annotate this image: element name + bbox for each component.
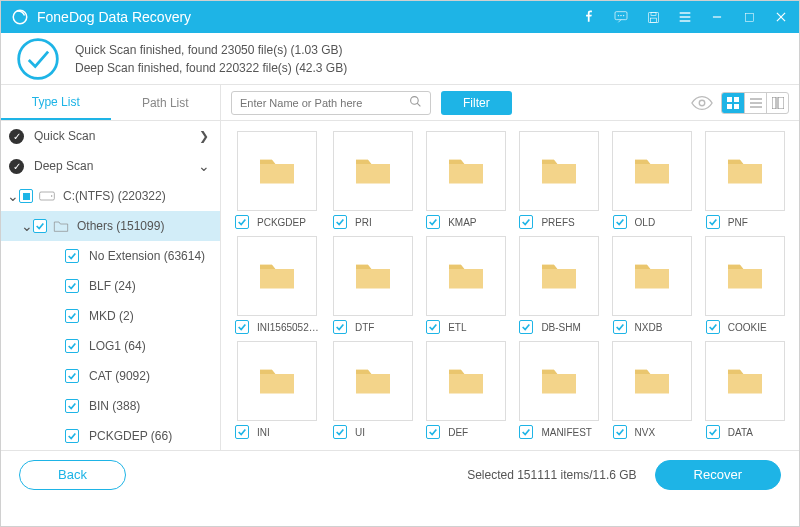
tree[interactable]: ✓ Quick Scan ❯ ✓ Deep Scan ⌄ ⌄ C:(NTFS) … [1,121,220,450]
app-logo-icon [11,8,29,26]
preview-icon[interactable] [691,95,713,111]
tree-item[interactable]: CAT (9092) [1,361,220,391]
minimize-icon[interactable] [709,9,725,25]
tree-label: MKD (2) [89,309,134,323]
tree-item[interactable]: BIN (388) [1,391,220,421]
file-label: KMAP [448,217,476,228]
svg-rect-21 [727,97,732,102]
checkbox[interactable] [519,320,533,334]
svg-point-2 [618,15,619,16]
tree-deep-scan[interactable]: ✓ Deep Scan ⌄ [1,151,220,181]
chevron-down-icon[interactable]: ⌄ [7,188,19,204]
checkbox[interactable] [65,399,79,413]
checkbox[interactable] [426,320,440,334]
view-grid-icon[interactable] [722,93,744,113]
tab-path-list[interactable]: Path List [111,85,221,120]
tree-item[interactable]: MKD (2) [1,301,220,331]
file-item[interactable]: INI [231,341,323,440]
folder-icon [724,258,766,295]
tree-item[interactable]: LOG1 (64) [1,331,220,361]
file-item[interactable]: INI1565052569 [231,236,323,335]
file-label: PNF [728,217,748,228]
folder-icon [631,363,673,400]
checkbox[interactable] [333,425,347,439]
tree-item[interactable]: PCKGDEP (66) [1,421,220,450]
chevron-right-icon[interactable]: ❯ [198,129,210,143]
save-icon[interactable] [645,9,661,25]
title-bar: FoneDog Data Recovery [1,1,799,33]
file-item[interactable]: NXDB [609,236,696,335]
file-thumb [426,341,506,421]
chevron-down-icon[interactable]: ⌄ [21,218,33,234]
checkbox[interactable] [235,425,249,439]
checkbox[interactable] [65,339,79,353]
file-thumb [519,236,599,316]
file-item[interactable]: DB-SHM [515,236,602,335]
view-list-icon[interactable] [744,93,766,113]
file-item[interactable]: ETL [422,236,509,335]
file-item[interactable]: OLD [609,131,696,230]
file-item[interactable]: DEF [422,341,509,440]
tree-item[interactable]: No Extension (63614) [1,241,220,271]
tree-others[interactable]: ⌄ Others (151099) [1,211,220,241]
checkbox[interactable] [235,320,249,334]
maximize-icon[interactable] [741,9,757,25]
checkbox[interactable] [65,279,79,293]
checkbox[interactable] [33,219,47,233]
content: Type List Path List ✓ Quick Scan ❯ ✓ Dee… [1,85,799,450]
file-item[interactable]: PREFS [515,131,602,230]
search-input[interactable] [240,97,409,109]
file-item[interactable]: COOKIE [702,236,789,335]
checkbox[interactable] [519,215,533,229]
feedback-icon[interactable] [613,9,629,25]
file-label: DTF [355,322,374,333]
checkbox[interactable] [613,215,627,229]
tree-item[interactable]: BLF (24) [1,271,220,301]
checkbox[interactable] [426,215,440,229]
checkbox[interactable] [519,425,533,439]
facebook-icon[interactable] [581,9,597,25]
checkbox[interactable] [333,320,347,334]
checkbox[interactable] [706,320,720,334]
checkbox[interactable] [613,320,627,334]
close-icon[interactable] [773,9,789,25]
file-item[interactable]: MANIFEST [515,341,602,440]
folder-icon [256,363,298,400]
recover-button[interactable]: Recover [655,460,781,490]
back-button[interactable]: Back [19,460,126,490]
file-item[interactable]: PNF [702,131,789,230]
file-item[interactable]: NVX [609,341,696,440]
folder-icon [352,363,394,400]
checkbox[interactable] [19,189,33,203]
checkbox[interactable] [706,425,720,439]
tree-quick-scan[interactable]: ✓ Quick Scan ❯ [1,121,220,151]
file-label: INI1565052569 [257,322,323,333]
file-grid[interactable]: PCKGDEPPRIKMAPPREFSOLDPNFINI1565052569DT… [221,121,799,450]
file-item[interactable]: DATA [702,341,789,440]
checkbox[interactable] [613,425,627,439]
file-item[interactable]: KMAP [422,131,509,230]
file-item[interactable]: PRI [329,131,416,230]
tab-type-list[interactable]: Type List [1,85,111,120]
scan-complete-icon [15,36,61,82]
checkbox[interactable] [65,369,79,383]
search-icon[interactable] [409,95,422,111]
checkbox[interactable] [65,309,79,323]
checkbox[interactable] [333,215,347,229]
checkbox[interactable] [65,249,79,263]
file-thumb [426,131,506,211]
file-item[interactable]: PCKGDEP [231,131,323,230]
view-detail-icon[interactable] [766,93,788,113]
checkbox[interactable] [235,215,249,229]
file-label: OLD [635,217,656,228]
file-item[interactable]: DTF [329,236,416,335]
chevron-down-icon[interactable]: ⌄ [198,158,210,174]
checkbox[interactable] [426,425,440,439]
filter-button[interactable]: Filter [441,91,512,115]
menu-icon[interactable] [677,9,693,25]
checkbox[interactable] [706,215,720,229]
file-item[interactable]: UI [329,341,416,440]
tree-drive[interactable]: ⌄ C:(NTFS) (220322) [1,181,220,211]
file-label: COOKIE [728,322,767,333]
checkbox[interactable] [65,429,79,443]
